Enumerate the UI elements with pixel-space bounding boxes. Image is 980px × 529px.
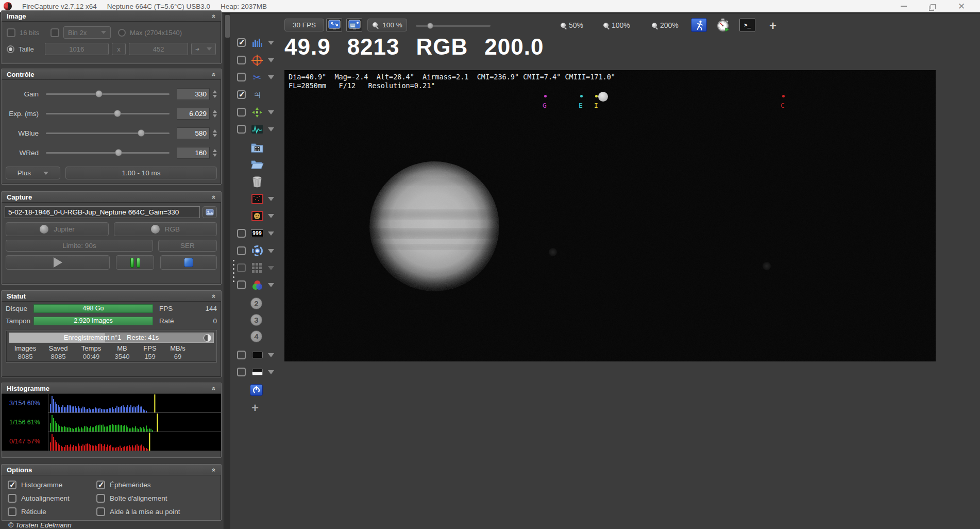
option-autoalignement[interactable]: Autoalignement <box>8 494 96 503</box>
panel-scrollbar[interactable] <box>224 13 230 529</box>
open-folder-icon[interactable] <box>250 158 264 171</box>
target-button[interactable]: Jupiter <box>6 222 109 236</box>
slider-thumb[interactable] <box>138 129 145 137</box>
zoom-slider[interactable] <box>416 23 491 29</box>
chevron-down-icon[interactable] <box>268 249 274 253</box>
exposure-range-button[interactable]: 1.00 - 10 ms <box>65 167 217 179</box>
taille-radio[interactable] <box>7 45 14 53</box>
zoom-100-button[interactable]: 100% <box>603 20 630 31</box>
chevron-down-icon[interactable] <box>268 232 274 236</box>
option-aide-mise-au-point[interactable]: Aide à la mise au point <box>96 507 221 516</box>
autoalign-icon[interactable] <box>250 106 264 119</box>
fps-limit-button[interactable]: 30 FPS <box>284 19 324 31</box>
width-field[interactable]: 1016 <box>45 43 109 55</box>
chevron-down-icon[interactable] <box>268 75 274 79</box>
chevron-down-icon[interactable] <box>268 353 274 357</box>
filter-button[interactable]: RGB <box>114 222 217 236</box>
profile-2-button[interactable]: 2 <box>250 297 262 309</box>
option-boite-alignement[interactable]: Boîte d'alignement <box>96 494 221 503</box>
option-reticule[interactable]: Réticule <box>8 507 96 516</box>
chevron-down-icon[interactable] <box>268 127 274 131</box>
stop-button[interactable] <box>160 255 217 270</box>
checkbox[interactable] <box>237 351 246 359</box>
checkbox[interactable] <box>96 507 105 516</box>
collapse-icon[interactable]: « <box>210 294 218 297</box>
gain-slider[interactable] <box>46 90 170 97</box>
restore-button[interactable] <box>918 0 947 12</box>
checkbox[interactable] <box>96 481 105 489</box>
option-ephemerides[interactable]: Éphémérides <box>96 481 221 489</box>
slider-thumb[interactable] <box>115 149 122 156</box>
record-button[interactable] <box>6 255 110 270</box>
bin-checkbox[interactable] <box>50 28 59 37</box>
darkframe-icon[interactable] <box>250 192 264 206</box>
chevron-down-icon[interactable] <box>268 370 274 374</box>
close-button[interactable]: ✕ <box>947 0 976 12</box>
histogram-icon[interactable] <box>250 36 264 49</box>
checkbox[interactable] <box>237 229 246 238</box>
wblue-spinner[interactable] <box>211 129 218 137</box>
collapse-icon[interactable]: « <box>210 386 218 390</box>
collapse-icon[interactable]: « <box>210 72 218 76</box>
checkbox[interactable] <box>237 125 246 134</box>
rgb-circles-icon[interactable] <box>250 278 264 292</box>
fullscreen-button[interactable] <box>326 18 342 32</box>
zoom-50-button[interactable]: 50% <box>560 20 583 31</box>
chevron-down-icon[interactable] <box>268 283 274 287</box>
wblue-slider[interactable] <box>46 129 170 137</box>
slider-thumb[interactable] <box>114 110 121 117</box>
limit-button[interactable]: Limite: 90s <box>6 240 153 252</box>
profile-4-button[interactable]: 4 <box>250 330 262 342</box>
bin-dropdown[interactable]: Bin 2x <box>63 26 111 39</box>
zoom-200-button[interactable]: 200% <box>651 20 679 31</box>
gain-spinner[interactable] <box>211 90 218 98</box>
exposure-value[interactable]: 6.029 <box>177 108 210 120</box>
chevron-down-icon[interactable] <box>268 197 274 201</box>
checkbox[interactable] <box>237 38 246 47</box>
minimize-button[interactable] <box>889 0 918 12</box>
checkbox[interactable] <box>237 108 246 117</box>
chevron-down-icon[interactable] <box>268 41 274 45</box>
checkbox[interactable] <box>237 368 246 376</box>
checkbox[interactable] <box>237 246 246 255</box>
checkbox[interactable] <box>8 494 16 503</box>
wred-spinner[interactable] <box>211 149 218 157</box>
wred-value[interactable]: 160 <box>177 147 210 159</box>
exposure-spinner[interactable] <box>211 110 218 118</box>
highspeed-mode-button[interactable] <box>691 18 707 32</box>
wred-slider[interactable] <box>46 149 170 156</box>
slider-thumb[interactable] <box>427 23 433 29</box>
power-icon[interactable] <box>250 384 263 396</box>
checkbox[interactable] <box>237 280 246 289</box>
format-button[interactable]: SER <box>158 240 217 252</box>
checkbox[interactable] <box>237 73 246 81</box>
checkbox[interactable] <box>8 481 16 489</box>
live-image-display[interactable]: Dia=40.9" Mag=-2.4 Alt=28.4° Airmass=2.1… <box>284 70 936 361</box>
video-folder-icon[interactable] <box>250 141 264 154</box>
plus-dropdown[interactable]: Plus <box>6 167 60 179</box>
checkbox[interactable] <box>96 494 105 503</box>
grid-icon[interactable] <box>250 261 264 275</box>
height-field[interactable]: 452 <box>129 43 188 55</box>
checkbox[interactable] <box>237 263 246 272</box>
chevron-down-icon[interactable] <box>268 58 274 62</box>
bw-swatch-icon[interactable] <box>250 366 264 379</box>
focus-wave-icon[interactable] <box>250 123 264 136</box>
chevron-down-icon[interactable] <box>268 214 274 218</box>
counter-999-icon[interactable]: 999 <box>250 227 264 240</box>
reticle-icon[interactable] <box>250 54 264 67</box>
zoom-level-button[interactable]: 100 % <box>367 19 407 31</box>
add-toolbar-button[interactable]: + <box>769 19 776 33</box>
black-swatch-icon[interactable] <box>250 349 264 362</box>
chevron-down-icon[interactable] <box>268 266 274 270</box>
snapshot-button[interactable] <box>202 206 217 218</box>
flatframe-icon[interactable] <box>250 209 264 223</box>
collapse-icon[interactable]: « <box>210 468 218 471</box>
checkbox[interactable] <box>237 56 246 64</box>
collapse-icon[interactable]: « <box>210 195 218 199</box>
log-console-button[interactable]: >_ <box>739 18 755 32</box>
collapse-icon[interactable]: « <box>210 14 218 18</box>
bits16-checkbox[interactable] <box>7 28 15 37</box>
plus-icon[interactable]: + <box>251 401 259 415</box>
pause-button[interactable] <box>116 255 154 270</box>
